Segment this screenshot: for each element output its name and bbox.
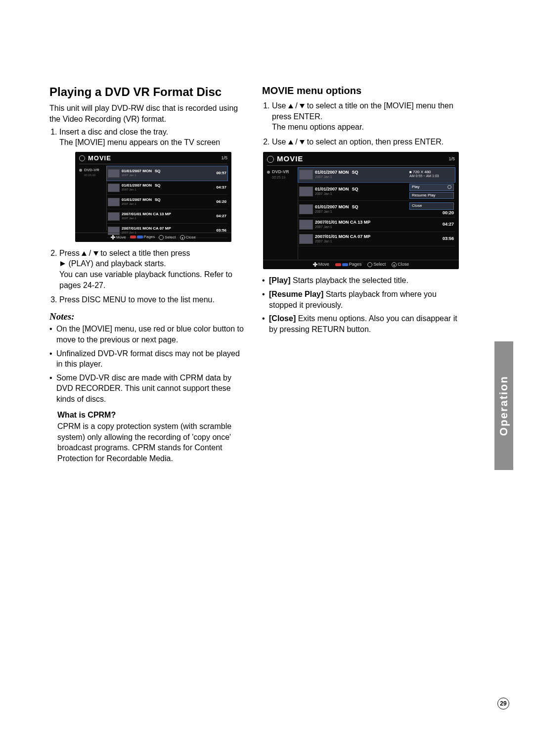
osd-body: DVD-VR 00:25:00 01/01/2007 MON SQ 2007 J… bbox=[79, 166, 227, 231]
osd-title-row: 01/01/2007 MON SQ2007 Jan 1 04:37 bbox=[107, 181, 227, 195]
osd-option-resume-play: Resume Play bbox=[409, 192, 454, 199]
osd-title-row: 2007/01/01 MON CA 13 MP2007 Jan 1 04:27 bbox=[107, 209, 227, 224]
osd-page-counter: 1/5 bbox=[221, 156, 227, 161]
selected-indicator-icon bbox=[447, 185, 451, 189]
osd-disc-time: 00:25:00 bbox=[84, 174, 106, 177]
red-button-icon bbox=[335, 263, 341, 266]
osd-title-row: 01/01/2007 MON SQ 2007 Jan 1 00:57 bbox=[107, 166, 227, 181]
osd-disc-time: 00:25:19 bbox=[272, 176, 298, 180]
osd-help-bar: Move Pages Select Close bbox=[75, 233, 231, 240]
osd-header: MOVIE 1/5 bbox=[79, 155, 227, 164]
notes-heading: Notes: bbox=[49, 310, 247, 323]
osd-row-text: 01/01/2007 MON SQ 2007 Jan 1 bbox=[122, 169, 210, 177]
option-desc-close: [Close] Exits menu options. Also you can… bbox=[262, 313, 460, 334]
osd-page-counter: 1/5 bbox=[448, 157, 455, 162]
thumbnail bbox=[299, 204, 313, 214]
right-column: MOVIE menu options Use / to select a tit… bbox=[262, 84, 460, 464]
thumbnail bbox=[299, 220, 313, 230]
step-text: The [MOVIE] menu appears on the TV scree… bbox=[59, 138, 220, 146]
osd-sidebar: DVD-VR 00:25:00 bbox=[79, 166, 107, 231]
red-button-icon bbox=[130, 236, 136, 238]
osd-help-bar: Move Pages Select Close bbox=[263, 260, 459, 267]
osd-screenshot-movie-list: MOVIE 1/5 DVD-VR 00:25:00 bbox=[75, 152, 231, 242]
blue-button-icon bbox=[137, 236, 143, 238]
section-tab-label: Operation bbox=[497, 376, 510, 436]
dpad-icon bbox=[111, 235, 115, 239]
left-column: Playing a DVD VR Format Disc This unit w… bbox=[49, 84, 247, 464]
osd-title-row: 01/01/2007 MON SQ2007 Jan 1 Close 00:20 bbox=[298, 201, 455, 218]
cprm-body: CPRM is a copy protection system (with s… bbox=[49, 421, 247, 464]
note-item: Unfinalized DVD-VR format discs may not … bbox=[49, 348, 247, 370]
note-item: On the [MOVIE] menu, use red or blue col… bbox=[49, 324, 247, 345]
option-desc-resume: [Resume Play] Starts playback from where… bbox=[262, 289, 460, 310]
osd-title-row: 2007/01/01 MON CA 07 MP2007 Jan 1 03:56 bbox=[298, 232, 455, 246]
down-arrow-icon bbox=[93, 251, 98, 256]
note-item: Some DVD-VR disc are made with CPRM data… bbox=[49, 373, 247, 405]
thumbnail bbox=[108, 212, 120, 221]
disc-icon bbox=[79, 169, 82, 172]
up-arrow-icon bbox=[82, 251, 87, 256]
enter-icon bbox=[159, 235, 164, 240]
down-arrow-icon bbox=[300, 140, 305, 144]
up-arrow-icon bbox=[288, 140, 293, 144]
down-arrow-icon bbox=[300, 104, 305, 108]
thumbnail bbox=[108, 184, 120, 192]
two-column-layout: Playing a DVD VR Format Disc This unit w… bbox=[49, 84, 504, 464]
right-step-1: Use / to select a title on the [MOVIE] m… bbox=[272, 100, 460, 133]
return-icon bbox=[392, 262, 397, 267]
notes-list: On the [MOVIE] menu, use red or blue col… bbox=[49, 324, 247, 404]
right-step-2: Use / to select an option, then press EN… bbox=[272, 137, 460, 147]
option-descriptions: [Play] Starts playback the selected titl… bbox=[262, 275, 460, 334]
osd-title-list: 01/01/2007 MON SQ 2007 Jan 1 00:57 01/01… bbox=[107, 166, 227, 231]
osd-sidebar: DVD-VR 00:25:19 bbox=[267, 168, 298, 259]
left-step-3: Press DISC MENU to move to the list menu… bbox=[59, 294, 247, 305]
step-text: Insert a disc and close the tray. bbox=[59, 128, 168, 136]
return-icon bbox=[180, 235, 185, 240]
osd-header: MOVIE 1/5 bbox=[267, 155, 455, 166]
left-steps: Insert a disc and close the tray. The [M… bbox=[49, 127, 247, 305]
osd-title-row: 01/01/2007 MON SQ2007 Jan 1 ■ 720 X 480 … bbox=[298, 168, 455, 182]
osd-title-list: 01/01/2007 MON SQ2007 Jan 1 ■ 720 X 480 … bbox=[298, 168, 455, 259]
osd-title: MOVIE bbox=[277, 155, 303, 163]
page-number: 29 bbox=[497, 698, 509, 709]
dpad-icon bbox=[313, 262, 317, 267]
osd-body: DVD-VR 00:25:19 01/01/2007 MON SQ2007 Ja… bbox=[267, 168, 455, 259]
osd-option-close: Close bbox=[409, 202, 454, 210]
thumbnail bbox=[108, 198, 120, 206]
osd-disc-name: DVD-VR bbox=[84, 168, 99, 173]
right-heading: MOVIE menu options bbox=[262, 84, 460, 97]
thumbnail bbox=[108, 169, 120, 178]
osd-info-panel: ■ 720 X 480 AM 0:55 ~ AM 1:03 bbox=[409, 170, 454, 178]
option-desc-play: [Play] Starts playback the selected titl… bbox=[262, 275, 460, 286]
section-tab-operation: Operation bbox=[494, 341, 513, 470]
osd-screenshot-movie-menu-options: MOVIE 1/5 DVD-VR 00:25:19 01/0 bbox=[263, 152, 459, 269]
cprm-heading: What is CPRM? bbox=[57, 410, 247, 421]
play-icon bbox=[60, 261, 65, 266]
thumbnail bbox=[299, 187, 313, 196]
osd-disc-entry: DVD-VR bbox=[267, 170, 298, 175]
globe-icon bbox=[79, 155, 85, 161]
up-arrow-icon bbox=[288, 104, 293, 108]
thumbnail bbox=[299, 170, 313, 180]
globe-icon bbox=[267, 156, 274, 163]
osd-title-row: 01/01/2007 MON SQ2007 Jan 1 06:20 bbox=[107, 195, 227, 209]
disc-icon bbox=[267, 171, 270, 174]
right-steps: Use / to select a title on the [MOVIE] m… bbox=[262, 100, 460, 147]
osd-disc-entry: DVD-VR bbox=[79, 168, 106, 173]
osd-title-row: 01/01/2007 MON SQ2007 Jan 1 Play Resume … bbox=[298, 182, 455, 201]
osd-duration: 00:57 bbox=[212, 171, 226, 176]
left-step-2: Press / to select a title then press (PL… bbox=[59, 248, 247, 290]
osd-title-row: 2007/01/01 MON CA 13 MP2007 Jan 1 04:27 bbox=[298, 218, 455, 232]
osd-option-play: Play bbox=[409, 184, 454, 191]
manual-page: Operation Playing a DVD VR Format Disc T… bbox=[0, 0, 534, 756]
left-step-1: Insert a disc and close the tray. The [M… bbox=[59, 127, 247, 242]
osd-disc-name: DVD-VR bbox=[272, 170, 289, 175]
osd-option-popup: ■ 720 X 480 AM 0:55 ~ AM 1:03 bbox=[406, 170, 454, 179]
osd-title: MOVIE bbox=[88, 155, 111, 162]
blue-button-icon bbox=[342, 263, 348, 266]
left-heading: Playing a DVD VR Format Disc bbox=[49, 84, 247, 100]
enter-icon bbox=[367, 262, 372, 267]
thumbnail bbox=[299, 234, 313, 244]
left-intro: This unit will play DVD-RW disc that is … bbox=[49, 103, 247, 124]
